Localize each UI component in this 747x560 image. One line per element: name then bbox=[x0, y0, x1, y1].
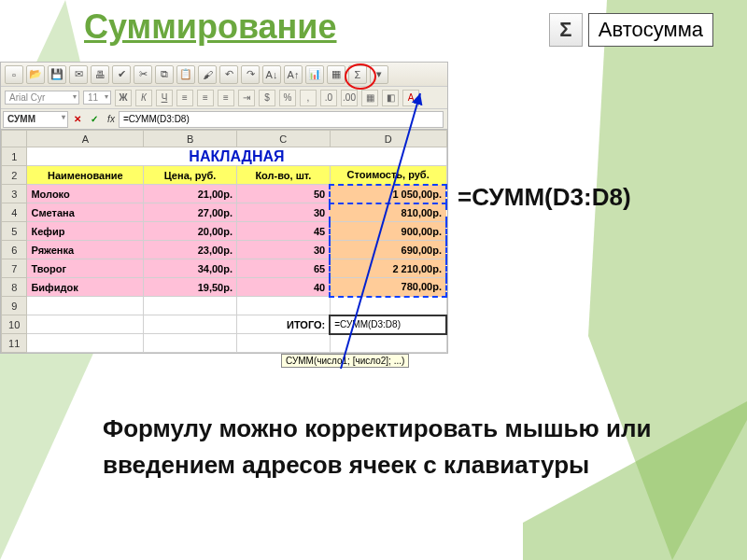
cell-qty[interactable]: 40 bbox=[236, 278, 330, 297]
increase-decimal-icon[interactable]: .00 bbox=[341, 90, 358, 106]
cell-name[interactable]: Творог bbox=[27, 259, 144, 278]
cell-name[interactable]: Бифидок bbox=[27, 278, 144, 297]
function-tooltip: СУММ(число1; [число2]; ...) bbox=[281, 354, 409, 368]
cell-cost[interactable]: 690,00р. bbox=[330, 241, 446, 259]
cell-cost[interactable]: 810,00р. bbox=[330, 203, 446, 222]
row-header-8[interactable]: 8 bbox=[2, 278, 27, 297]
page-title: Суммирование bbox=[84, 7, 337, 47]
cells-grid[interactable]: A B C D 1 НАКЛАДНАЯ 2 Наименование Цена,… bbox=[1, 130, 447, 353]
explanation-text: Формулу можно корректировать мышью или в… bbox=[103, 411, 654, 483]
col-price-header[interactable]: Цена, руб. bbox=[144, 166, 237, 185]
new-icon[interactable]: ▫ bbox=[5, 65, 23, 84]
sheet-title[interactable]: НАКЛАДНАЯ bbox=[27, 147, 446, 166]
col-name-header[interactable]: Наименование bbox=[27, 166, 144, 185]
table-icon[interactable]: ▦ bbox=[327, 65, 345, 84]
row-header-3[interactable]: 3 bbox=[2, 185, 27, 203]
row-header-9[interactable]: 9 bbox=[2, 297, 27, 315]
row-header-1[interactable]: 1 bbox=[2, 147, 27, 166]
col-cost-header[interactable]: Стоимость, руб. bbox=[330, 166, 446, 185]
autosum-button[interactable]: Σ bbox=[348, 65, 367, 84]
itogo-label[interactable]: ИТОГО: bbox=[236, 315, 330, 334]
row-header-2[interactable]: 2 bbox=[2, 166, 27, 185]
bold-button[interactable]: Ж bbox=[115, 90, 132, 106]
col-qty-header[interactable]: Кол-во, шт. bbox=[236, 166, 330, 185]
row-header-10[interactable]: 10 bbox=[2, 315, 27, 334]
autosum-callout: Σ Автосумма bbox=[549, 13, 713, 47]
open-icon[interactable]: 📂 bbox=[26, 65, 45, 84]
merge-icon[interactable]: ⇥ bbox=[238, 90, 255, 106]
row-header-6[interactable]: 6 bbox=[2, 241, 27, 259]
align-right-icon[interactable]: ≡ bbox=[218, 90, 234, 106]
italic-button[interactable]: К bbox=[135, 90, 152, 106]
name-box[interactable]: СУММ bbox=[3, 111, 68, 128]
sigma-icon: Σ bbox=[549, 13, 583, 47]
borders-icon[interactable]: ▦ bbox=[361, 90, 378, 106]
cell-qty[interactable]: 30 bbox=[236, 241, 330, 259]
underline-button[interactable]: Ч bbox=[156, 90, 173, 106]
spell-icon[interactable]: ✔ bbox=[112, 65, 131, 84]
formula-input[interactable]: =СУММ(D3:D8) bbox=[119, 111, 444, 128]
cell-name[interactable]: Кефир bbox=[27, 222, 144, 241]
format-toolbar: Arial Cyr 11 Ж К Ч ≡ ≡ ≡ ⇥ $ % , .0 .00 … bbox=[1, 87, 447, 109]
select-all-corner[interactable] bbox=[2, 131, 27, 147]
cell-qty[interactable]: 30 bbox=[236, 203, 330, 222]
cell-name[interactable]: Молоко bbox=[27, 185, 144, 203]
decrease-decimal-icon[interactable]: .0 bbox=[320, 90, 337, 106]
formula-display: =СУММ(D3:D8) bbox=[458, 183, 631, 212]
cell-cost[interactable]: 900,00р. bbox=[330, 222, 446, 241]
cell-qty[interactable]: 50 bbox=[236, 185, 330, 203]
cell-cost[interactable]: 780,00р. bbox=[330, 278, 446, 297]
print-icon[interactable]: 🖶 bbox=[91, 65, 109, 84]
cell-name[interactable]: Сметана bbox=[27, 203, 144, 222]
fill-color-icon[interactable]: ◧ bbox=[382, 90, 399, 106]
undo-icon[interactable]: ↶ bbox=[219, 65, 238, 84]
autosum-label: Автосумма bbox=[588, 13, 713, 47]
formula-bar: СУММ ✕ ✓ fx =СУММ(D3:D8) bbox=[1, 109, 447, 130]
cut-icon[interactable]: ✂ bbox=[134, 65, 152, 84]
cancel-formula-icon[interactable]: ✕ bbox=[70, 112, 85, 127]
cell-price[interactable]: 23,00р. bbox=[144, 241, 237, 259]
row-header-7[interactable]: 7 bbox=[2, 259, 27, 278]
col-header-D[interactable]: D bbox=[330, 131, 446, 147]
active-cell-D10[interactable]: =СУММ(D3:D8) bbox=[330, 315, 446, 334]
cell-cost[interactable]: 2 210,00р. bbox=[330, 259, 446, 278]
redo-icon[interactable]: ↷ bbox=[241, 65, 260, 84]
mail-icon[interactable]: ✉ bbox=[69, 65, 88, 84]
accept-formula-icon[interactable]: ✓ bbox=[87, 112, 102, 127]
sort-desc-icon[interactable]: A↑ bbox=[284, 65, 303, 84]
col-header-C[interactable]: C bbox=[236, 131, 330, 147]
chart-icon[interactable]: 📊 bbox=[305, 65, 324, 84]
cell-qty[interactable]: 65 bbox=[236, 259, 330, 278]
paste-icon[interactable]: 📋 bbox=[176, 65, 195, 84]
cell-price[interactable]: 19,50р. bbox=[144, 278, 237, 297]
row-header-11[interactable]: 11 bbox=[2, 334, 27, 353]
align-left-icon[interactable]: ≡ bbox=[176, 90, 193, 106]
cell-cost[interactable]: 1 050,00р. bbox=[330, 185, 446, 203]
currency-icon[interactable]: $ bbox=[259, 90, 275, 106]
fx-icon[interactable]: fx bbox=[104, 112, 119, 127]
font-color-icon[interactable]: A bbox=[402, 90, 419, 106]
format-painter-icon[interactable]: 🖌 bbox=[198, 65, 217, 84]
row-header-5[interactable]: 5 bbox=[2, 222, 27, 241]
standard-toolbar: ▫ 📂 💾 ✉ 🖶 ✔ ✂ ⧉ 📋 🖌 ↶ ↷ A↓ A↑ 📊 ▦ Σ ▾ bbox=[1, 63, 447, 87]
cell-qty[interactable]: 45 bbox=[236, 222, 330, 241]
col-header-A[interactable]: A bbox=[27, 131, 144, 147]
save-icon[interactable]: 💾 bbox=[48, 65, 66, 84]
copy-icon[interactable]: ⧉ bbox=[155, 65, 174, 84]
cell-price[interactable]: 27,00р. bbox=[144, 203, 237, 222]
row-header-4[interactable]: 4 bbox=[2, 203, 27, 222]
cell-price[interactable]: 21,00р. bbox=[144, 185, 237, 203]
cell-price[interactable]: 34,00р. bbox=[144, 259, 237, 278]
cell-price[interactable]: 20,00р. bbox=[144, 222, 237, 241]
col-header-B[interactable]: B bbox=[144, 131, 237, 147]
spreadsheet-app: ▫ 📂 💾 ✉ 🖶 ✔ ✂ ⧉ 📋 🖌 ↶ ↷ A↓ A↑ 📊 ▦ Σ ▾ Ar… bbox=[0, 62, 448, 354]
font-size-select[interactable]: 11 bbox=[83, 91, 111, 105]
comma-icon[interactable]: , bbox=[300, 90, 317, 106]
sort-asc-icon[interactable]: A↓ bbox=[262, 65, 281, 84]
cell-name[interactable]: Ряженка bbox=[27, 241, 144, 259]
percent-icon[interactable]: % bbox=[279, 90, 296, 106]
font-name-select[interactable]: Arial Cyr bbox=[5, 91, 79, 105]
align-center-icon[interactable]: ≡ bbox=[197, 90, 214, 106]
